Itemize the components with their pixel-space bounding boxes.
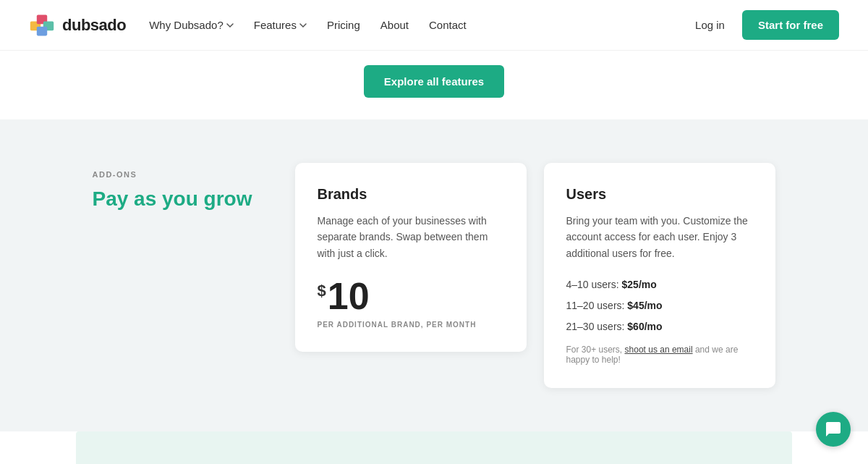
nav-item-why[interactable]: Why Dubsado?	[149, 19, 234, 31]
brands-price-number: 10	[328, 277, 370, 315]
users-tier-2-price: $45/mo	[627, 300, 662, 311]
navbar-left: dubsado Why Dubsado? Features Pricing	[29, 12, 467, 38]
nav-item-contact[interactable]: Contact	[429, 19, 467, 32]
users-card-description: Bring your team with you. Customize the …	[566, 213, 754, 261]
users-tier-3-price: $60/mo	[627, 321, 662, 332]
users-card: Users Bring your team with you. Customiz…	[544, 163, 775, 388]
users-note: For 30+ users, shoot us an email and we …	[566, 345, 754, 365]
addons-badge: ADD-ONS	[93, 170, 252, 179]
logo-link[interactable]: dubsado	[29, 12, 126, 38]
users-tier-1-price: $25/mo	[622, 279, 657, 290]
chat-icon	[825, 421, 842, 438]
bottom-section	[0, 431, 868, 464]
users-note-text: For 30+ users,	[566, 345, 622, 355]
brands-price-row: $ 10	[317, 277, 505, 315]
users-tier-1: 4–10 users: $25/mo	[566, 277, 754, 292]
cards-container: Brands Manage each of your businesses wi…	[295, 163, 775, 388]
users-tier-2: 11–20 users: $45/mo	[566, 298, 754, 313]
chevron-down-icon-2	[299, 23, 307, 28]
nav-contact-label: Contact	[429, 19, 467, 31]
brands-price-dollar: $	[317, 282, 326, 300]
addons-section: ADD-ONS Pay as you grow Brands Manage ea…	[0, 119, 868, 431]
shoot-email-link[interactable]: shoot us an email	[625, 345, 693, 355]
nav-features-label: Features	[254, 19, 297, 31]
users-tier-1-range: 4–10 users:	[566, 279, 618, 290]
users-tier-3-range: 21–30 users:	[566, 321, 624, 332]
login-link[interactable]: Log in	[695, 19, 725, 31]
brands-card-description: Manage each of your businesses with sepa…	[317, 213, 505, 261]
brands-price-label: PER ADDITIONAL BRAND, PER MONTH	[317, 321, 505, 329]
navbar-right: Log in Start for free	[695, 10, 839, 40]
brands-card: Brands Manage each of your businesses wi…	[295, 163, 527, 352]
brands-card-title: Brands	[317, 186, 505, 203]
dubsado-logo-icon	[29, 12, 55, 38]
bottom-teal-block	[76, 431, 792, 464]
nav-about-label: About	[380, 19, 409, 31]
chat-bubble-button[interactable]	[816, 412, 851, 447]
users-tier-3: 21–30 users: $60/mo	[566, 319, 754, 334]
addons-label-col: ADD-ONS Pay as you grow	[93, 163, 252, 212]
users-card-title: Users	[566, 186, 754, 203]
nav-why-label: Why Dubsado?	[149, 19, 224, 31]
nav-item-about[interactable]: About	[380, 19, 409, 32]
chevron-down-icon	[226, 23, 234, 28]
users-tier-2-range: 11–20 users:	[566, 300, 624, 311]
explore-section: Explore all features	[0, 51, 868, 119]
navbar: dubsado Why Dubsado? Features Pricing	[0, 0, 868, 51]
explore-features-button[interactable]: Explore all features	[364, 65, 504, 98]
nav-item-features[interactable]: Features	[254, 19, 307, 31]
start-for-free-button[interactable]: Start for free	[742, 10, 839, 40]
logo-text: dubsado	[62, 16, 126, 35]
nav-item-pricing[interactable]: Pricing	[327, 19, 360, 32]
svg-rect-4	[37, 26, 47, 35]
nav-links: Why Dubsado? Features Pricing About	[149, 19, 467, 32]
nav-pricing-label: Pricing	[327, 19, 360, 31]
addons-title: Pay as you grow	[93, 186, 252, 212]
